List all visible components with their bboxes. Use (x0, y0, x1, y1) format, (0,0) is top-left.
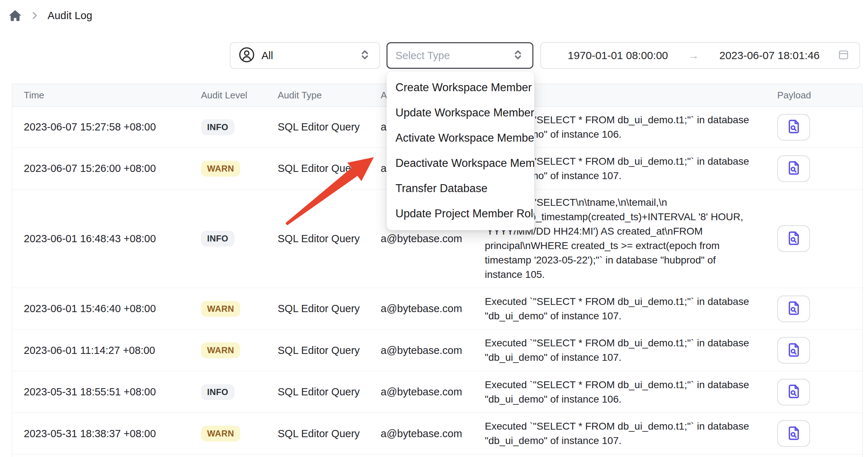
column-header-audit-type: Audit Type (278, 90, 381, 101)
document-search-icon (786, 300, 802, 318)
row-audit-type: SQL Editor Query (278, 233, 381, 245)
chevron-up-down-icon (358, 48, 371, 63)
payload-view-button[interactable] (777, 114, 810, 141)
row-comment: Executed `"SELECT * FROM db_ui_demo.t1;"… (485, 336, 766, 365)
row-actor: a@bytebase.com (381, 386, 485, 398)
payload-view-button[interactable] (777, 155, 810, 182)
table-row: 2023-06-01 15:46:40 +08:00 WARN SQL Edit… (12, 288, 862, 330)
row-audit-level: WARN (201, 161, 278, 177)
actor-filter-value: All (261, 50, 352, 62)
date-range-end[interactable]: 2023-06-07 18:01:46 (702, 49, 837, 62)
audit-level-badge: INFO (201, 119, 234, 135)
row-time: 2023-06-07 15:27:58 +08:00 (12, 121, 201, 133)
menu-item-update-workspace-member[interactable]: Update Workspace Member (387, 100, 534, 125)
person-icon (238, 46, 255, 65)
audit-level-badge: INFO (201, 231, 234, 247)
table-row: 2023-05-31 18:55:51 +08:00 INFO SQL Edit… (12, 371, 862, 413)
menu-item-transfer-database[interactable]: Transfer Database (387, 176, 534, 201)
row-audit-type: SQL Editor Query (278, 303, 381, 315)
row-comment: Executed `"SELECT * FROM db_ui_demo.t1;"… (485, 378, 766, 407)
menu-item-create-workspace-member[interactable]: Create Workspace Member (387, 75, 534, 100)
payload-view-button[interactable] (777, 296, 810, 322)
row-audit-level: WARN (201, 426, 278, 442)
row-actor: a@bytebase.com (381, 428, 485, 440)
document-search-icon (786, 425, 802, 443)
row-audit-level: INFO (201, 384, 278, 400)
breadcrumb-chevron-icon (30, 10, 40, 21)
audit-level-badge: WARN (201, 426, 240, 442)
row-audit-level: INFO (201, 231, 278, 247)
table-row: 2023-05-31 18:38:37 +08:00 WARN SQL Edit… (12, 413, 862, 454)
row-audit-level: WARN (201, 301, 278, 317)
row-actor: a@bytebase.com (381, 233, 485, 245)
audit-level-badge: WARN (201, 342, 240, 358)
column-header-audit-level: Audit Level (201, 90, 278, 101)
row-time: 2023-06-01 16:48:43 +08:00 (12, 233, 201, 245)
row-audit-type: SQL Editor Query (278, 121, 381, 133)
menu-item-activate-workspace-member[interactable]: Activate Workspace Member (387, 125, 534, 151)
row-time: 2023-05-31 18:55:51 +08:00 (12, 386, 201, 398)
payload-view-button[interactable] (777, 225, 810, 252)
document-search-icon (786, 118, 802, 136)
menu-item-deactivate-workspace-member[interactable]: Deactivate Workspace Member (387, 151, 534, 176)
audit-level-badge: INFO (201, 384, 234, 400)
row-time: 2023-05-31 18:38:37 +08:00 (12, 428, 201, 440)
payload-view-button[interactable] (777, 420, 810, 447)
type-dropdown-menu: Create Workspace Member Update Workspace… (386, 71, 534, 230)
type-filter-placeholder: Select Type (395, 50, 511, 62)
document-search-icon (786, 159, 802, 178)
column-header-time: Time (12, 90, 201, 101)
page-title: Audit Log (48, 10, 92, 22)
column-header-payload: Payload (766, 90, 863, 101)
row-audit-type: SQL Editor Query (278, 345, 381, 356)
audit-level-badge: WARN (201, 161, 240, 177)
row-comment: Executed `"SELECT * FROM db_ui_demo.t1;"… (485, 294, 766, 323)
row-audit-level: INFO (201, 119, 278, 135)
home-icon[interactable] (8, 9, 22, 22)
payload-view-button[interactable] (777, 379, 810, 405)
type-filter-select[interactable]: Select Type (386, 42, 533, 69)
document-search-icon (786, 341, 802, 360)
payload-view-button[interactable] (777, 337, 810, 364)
chevron-up-down-icon (511, 48, 524, 63)
row-time: 2023-06-01 15:46:40 +08:00 (12, 303, 201, 315)
row-time: 2023-06-07 15:26:00 +08:00 (12, 163, 201, 174)
row-actor: a@bytebase.com (381, 345, 485, 356)
date-range-picker[interactable]: 1970-01-01 08:00:00 → 2023-06-07 18:01:4… (540, 42, 860, 69)
date-range-start[interactable]: 1970-01-01 08:00:00 (550, 49, 685, 62)
row-audit-type: SQL Editor Query (278, 163, 381, 174)
menu-item-update-project-member-role[interactable]: Update Project Member Role (387, 201, 534, 226)
calendar-icon (837, 48, 850, 63)
row-audit-type: SQL Editor Query (278, 386, 381, 398)
table-row: 2023-06-01 11:14:27 +08:00 WARN SQL Edit… (12, 330, 862, 371)
row-audit-level: WARN (201, 342, 278, 358)
document-search-icon (786, 383, 802, 401)
row-time: 2023-06-01 11:14:27 +08:00 (12, 345, 201, 356)
row-comment: Executed `"SELECT * FROM db_ui_demo.t1;"… (485, 419, 766, 448)
date-range-arrow-icon: → (685, 49, 702, 62)
row-audit-type: SQL Editor Query (278, 428, 381, 440)
document-search-icon (786, 230, 802, 248)
audit-level-badge: WARN (201, 301, 240, 317)
actor-filter-select[interactable]: All (230, 42, 380, 69)
breadcrumb: Audit Log (8, 9, 92, 22)
row-actor: a@bytebase.com (381, 303, 485, 315)
